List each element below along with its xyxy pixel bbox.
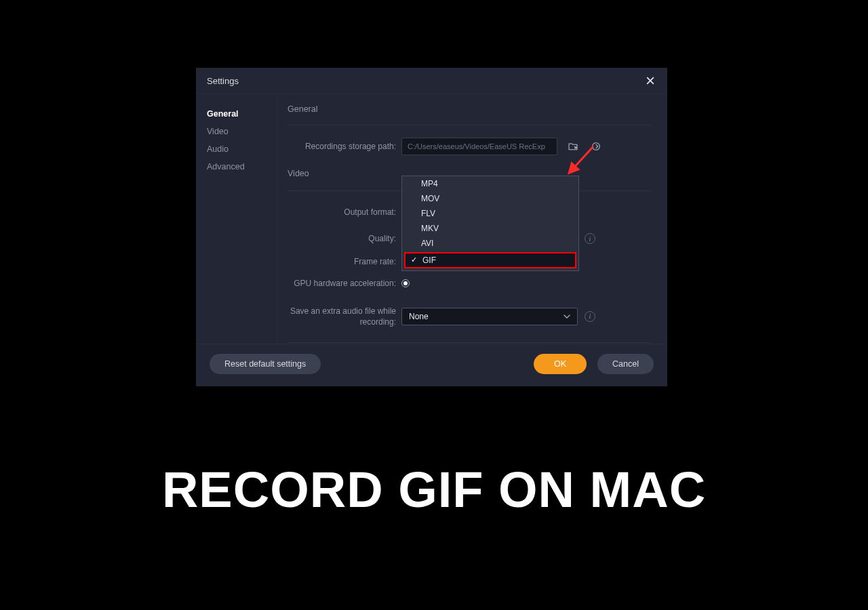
sidebar-item-label: General	[207, 109, 239, 119]
info-icon[interactable]: i	[585, 311, 595, 322]
open-location-icon[interactable]	[589, 139, 604, 154]
dialog-title: Settings	[207, 76, 239, 86]
chevron-down-icon	[564, 313, 570, 320]
label-output-format: Output format:	[288, 207, 401, 218]
label-recordings-path: Recordings storage path:	[288, 141, 401, 152]
select-value: None	[409, 312, 429, 321]
browse-folder-icon[interactable]	[566, 139, 580, 154]
recordings-path-input[interactable]	[401, 138, 557, 155]
dialog-body: General Video Audio Advanced General Rec…	[196, 94, 667, 344]
sidebar-item-label: Audio	[207, 144, 229, 154]
label-frame-rate: Frame rate:	[288, 256, 401, 267]
sidebar-item-video[interactable]: Video	[196, 123, 277, 140]
label-quality: Quality:	[288, 233, 401, 244]
svg-point-0	[593, 143, 600, 150]
dropdown-option-mov[interactable]: MOV	[402, 191, 578, 206]
dropdown-option-avi[interactable]: AVI	[402, 236, 578, 251]
divider	[288, 342, 651, 343]
output-format-dropdown: MP4 MOV FLV MKV AVI GIF	[401, 176, 579, 271]
section-heading-general: General	[288, 104, 651, 125]
settings-dialog: Settings General Video Audio Advanced Ge…	[196, 68, 667, 386]
sidebar: General Video Audio Advanced	[196, 94, 277, 344]
sidebar-item-label: Video	[207, 127, 229, 136]
gpu-radio[interactable]	[401, 279, 410, 287]
label-gpu: GPU hardware acceleration:	[288, 278, 401, 289]
sidebar-item-advanced[interactable]: Advanced	[196, 158, 277, 176]
close-icon[interactable]	[644, 75, 656, 87]
ok-button[interactable]: OK	[534, 354, 587, 374]
row-recordings-path: Recordings storage path:	[288, 138, 651, 155]
cancel-button[interactable]: Cancel	[597, 354, 654, 374]
main-panel: General Recordings storage path: Video O…	[277, 94, 667, 344]
titlebar: Settings	[196, 68, 667, 94]
sidebar-item-audio[interactable]: Audio	[196, 140, 277, 158]
dialog-footer: Reset default settings OK Cancel	[196, 344, 667, 386]
sidebar-item-label: Advanced	[207, 162, 245, 171]
dropdown-option-mkv[interactable]: MKV	[402, 221, 578, 236]
row-gpu: GPU hardware acceleration:	[288, 278, 651, 289]
banner-text: RECORD GIF ON MAC	[0, 461, 868, 518]
save-audio-select[interactable]: None	[401, 308, 578, 325]
dropdown-option-flv[interactable]: FLV	[402, 206, 578, 221]
dropdown-option-gif[interactable]: GIF	[404, 252, 576, 268]
dropdown-option-mp4[interactable]: MP4	[402, 176, 578, 191]
info-icon[interactable]: i	[585, 233, 595, 244]
label-save-audio: Save an extra audio file while recording…	[288, 306, 401, 327]
sidebar-item-general[interactable]: General	[196, 105, 277, 123]
reset-defaults-button[interactable]: Reset default settings	[210, 354, 321, 374]
row-save-audio: Save an extra audio file while recording…	[288, 306, 651, 327]
